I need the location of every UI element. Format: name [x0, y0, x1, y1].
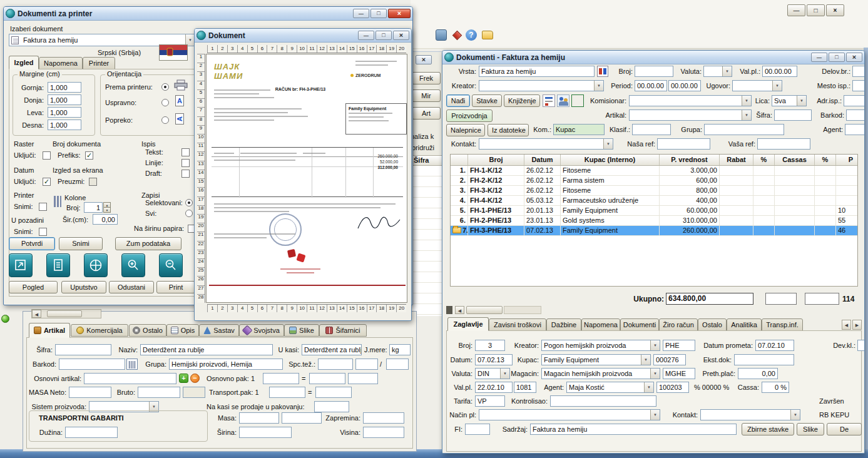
table-row[interactable]: 3.FH-3-K/1226.02.12Fitoseme800,00	[451, 186, 857, 196]
nakasi-input[interactable]	[314, 401, 349, 412]
restore-button[interactable]	[807, 4, 825, 16]
chevron-down-icon[interactable]	[594, 81, 603, 91]
zbirne-stavke-button[interactable]: Zbirne stavke	[742, 423, 794, 435]
documents-window-titlebar[interactable]: Dokumenti - Faktura za hemiju	[442, 51, 864, 64]
hp-ekstdok-input[interactable]	[734, 354, 794, 365]
transport-pak-result-input[interactable]	[315, 387, 352, 398]
chevron-down-icon[interactable]	[790, 410, 800, 420]
prefiks-checkbox[interactable]	[85, 151, 93, 160]
pan-move-button[interactable]	[84, 253, 108, 277]
raster-checkbox[interactable]	[43, 151, 51, 160]
zum-podataka-button[interactable]: Zum podataka	[115, 237, 181, 250]
linije-checkbox[interactable]	[181, 159, 190, 167]
hp-kupac-code-input[interactable]: 000276	[653, 354, 686, 365]
spctez-den-input[interactable]	[386, 359, 409, 370]
table-icon[interactable]	[571, 94, 584, 107]
tab-printer[interactable]: Printer	[83, 57, 115, 69]
chevron-down-icon[interactable]	[644, 382, 653, 392]
mestoisp-input[interactable]	[852, 80, 865, 91]
spin-down-button[interactable]	[103, 207, 111, 213]
scroll-left-button[interactable]	[32, 310, 41, 318]
margin-leva-input[interactable]: 1,000	[48, 107, 81, 118]
chevron-down-icon[interactable]	[742, 96, 751, 106]
nalepnice-button[interactable]: Nalepnice	[446, 124, 485, 136]
tab-opis[interactable]: Opis	[166, 324, 199, 337]
report-icon[interactable]	[543, 94, 555, 107]
sifra-input[interactable]	[774, 109, 812, 121]
preuzmi-checkbox[interactable]	[89, 178, 97, 186]
table-row[interactable]: 5.FH-1-PHE/1320.01.13Family Equipment60.…	[451, 206, 857, 216]
valpl-input[interactable]: 00.00.00	[762, 66, 797, 77]
tab-artikal[interactable]: Artikal	[29, 323, 70, 338]
tab-analitika[interactable]: Analitika	[727, 318, 762, 331]
ugovor-select[interactable]	[732, 80, 782, 91]
hp-agent-code-input[interactable]: 100203	[656, 382, 689, 393]
zoom-in-button[interactable]	[121, 253, 145, 277]
tab-dokumenti[interactable]: Dokumenti	[620, 318, 659, 331]
preview-window-titlebar[interactable]: Dokument	[195, 29, 411, 43]
masa2-input[interactable]	[282, 412, 322, 424]
valuta-select[interactable]	[703, 66, 732, 77]
lica-select[interactable]: Sva	[772, 95, 807, 106]
column-header[interactable]: Datum	[524, 155, 561, 165]
masa-neto-input[interactable]	[69, 387, 111, 398]
maximize-button[interactable]	[375, 31, 392, 40]
klasif-input[interactable]	[632, 124, 671, 135]
odustani-button[interactable]: Odustani	[109, 281, 154, 293]
minimize-button[interactable]	[787, 4, 805, 16]
barcode-lookup-icon[interactable]	[126, 359, 138, 370]
sifra-input[interactable]	[55, 344, 111, 355]
hp-nacinpl-select[interactable]	[479, 409, 660, 420]
vrsta-input[interactable]: Faktura za hemiju	[479, 66, 595, 77]
masa-input[interactable]	[239, 412, 279, 424]
hp-kontakt-select[interactable]	[700, 409, 800, 420]
help-icon[interactable]: ?	[466, 29, 477, 41]
grupa-input[interactable]: Hemijski proizvodi, Hemija	[169, 359, 283, 370]
draft-checkbox[interactable]	[181, 170, 190, 178]
svi-radio[interactable]	[185, 210, 193, 217]
chevron-down-icon[interactable]	[797, 96, 806, 106]
hp-magacin-code-input[interactable]: MGHE	[663, 368, 695, 379]
hp-tarifa-input[interactable]: VP	[475, 395, 505, 407]
tabs-scroll-right-button[interactable]	[852, 320, 862, 330]
maximize-button[interactable]	[829, 53, 845, 62]
table-row[interactable]: 2.FH-2-K/1226.02.12Farma sistem600,00	[451, 176, 857, 186]
artikal-select[interactable]	[629, 109, 752, 121]
kom-input[interactable]: Kupac	[553, 124, 605, 135]
print-button[interactable]: Print	[156, 281, 195, 293]
splitter-handle[interactable]	[446, 306, 452, 314]
chevron-down-icon[interactable]	[772, 81, 782, 91]
prema-printeru-radio[interactable]	[161, 83, 169, 91]
table-row[interactable]: 6.FH-2-PHE/1323.01.13Gold systems310.000…	[451, 216, 857, 226]
kolone-broj-input[interactable]: 1	[84, 202, 103, 213]
bruto-unit-input[interactable]	[183, 387, 205, 398]
broj-input[interactable]	[635, 66, 673, 77]
uputstvo-button[interactable]: Uputstvo	[61, 281, 106, 293]
column-header[interactable]: P	[836, 155, 858, 165]
hp-broj-input[interactable]: 3	[475, 340, 505, 351]
hp-kontrolisao-input[interactable]	[550, 395, 656, 407]
close-button[interactable]	[846, 53, 862, 62]
tab-sifarnici[interactable]: Šifarnici	[319, 324, 367, 337]
tabs-scroll-left-button[interactable]	[842, 320, 851, 330]
favorites-diamond-icon[interactable]	[452, 31, 462, 41]
column-header[interactable]	[451, 155, 468, 165]
hp-kreator-select[interactable]: Pogon hemijskih proizvoda	[541, 340, 660, 351]
hp-valpl-code-input[interactable]: 1081	[514, 382, 536, 393]
tab-slike[interactable]: Slike	[284, 324, 319, 337]
hp-cassa-input[interactable]: 0 %	[762, 382, 789, 393]
fragment-button-frek[interactable]: Frek	[412, 72, 441, 84]
tab-ostalo[interactable]: Ostalo	[698, 318, 727, 331]
nasaref-input[interactable]	[657, 138, 710, 150]
hp-agent-select[interactable]: Maja Kostić	[566, 382, 654, 393]
maximize-button[interactable]	[370, 9, 387, 18]
app-cube-icon[interactable]	[436, 29, 447, 41]
column-header[interactable]: Cassas	[775, 155, 815, 165]
slike-button[interactable]: Slike	[797, 423, 824, 435]
scrollbar-track[interactable]	[504, 306, 541, 314]
document-transfer-icon[interactable]	[597, 66, 608, 77]
hp-valpl-input[interactable]: 22.02.10	[475, 382, 513, 393]
popreko-radio[interactable]	[161, 116, 169, 124]
remove-button[interactable]	[190, 374, 200, 383]
vasaref-input[interactable]	[757, 138, 810, 150]
